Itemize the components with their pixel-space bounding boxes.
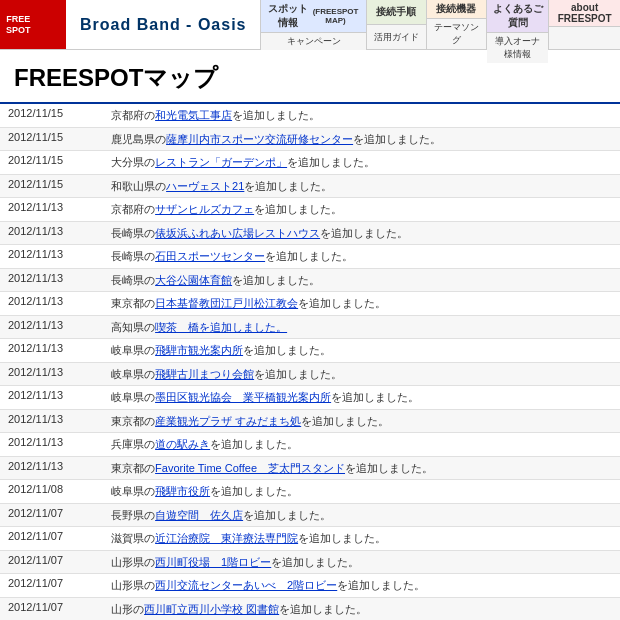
news-link[interactable]: 日本基督教団江戸川松江教会 (155, 297, 298, 309)
content-cell: 滋賀県の近江治療院 東洋療法専門院を追加しました。 (103, 527, 620, 551)
content-cell: 岐阜県の飛騨古川まつり会館を追加しました。 (103, 362, 620, 386)
content-cell: 長崎県の石田スポーツセンターを追加しました。 (103, 245, 620, 269)
table-row: 2012/11/13岐阜県の飛騨古川まつり会館を追加しました。 (0, 362, 620, 386)
table-row: 2012/11/15大分県のレストラン「ガーデンポ」を追加しました。 (0, 151, 620, 175)
nav-connect[interactable]: 接続手順 活用ガイド (367, 0, 427, 49)
news-link[interactable]: 近江治療院 東洋療法専門院 (155, 532, 298, 544)
date-cell: 2012/11/08 (0, 480, 103, 504)
news-link[interactable]: サザンヒルズカフェ (155, 203, 254, 215)
nav-device-top[interactable]: 接続機器 (427, 0, 486, 19)
content-cell: 和歌山県のハーヴェスト21を追加しました。 (103, 174, 620, 198)
news-link[interactable]: 俵坂浜ふれあい広場レストハウス (155, 227, 320, 239)
news-link[interactable]: 薩摩川内市スポーツ交流研修センター (166, 133, 353, 145)
table-row: 2012/11/13東京都の産業観光プラザ すみだまち処を追加しました。 (0, 409, 620, 433)
nav-faq[interactable]: よくあるご質問 導入オーナ様情報 (487, 0, 550, 49)
news-link[interactable]: 西川町立西川小学校 図書館 (144, 603, 279, 615)
logo-text: FREESPOT (6, 14, 31, 36)
news-link[interactable]: 大谷公園体育館 (155, 274, 232, 286)
date-cell: 2012/11/07 (0, 574, 103, 598)
date-cell: 2012/11/13 (0, 409, 103, 433)
content-cell: 長崎県の俵坂浜ふれあい広場レストハウスを追加しました。 (103, 221, 620, 245)
news-link[interactable]: 西川町役場 1階ロビー (155, 556, 271, 568)
news-link[interactable]: 飛騨古川まつり会館 (155, 368, 254, 380)
date-cell: 2012/11/13 (0, 245, 103, 269)
nav-device[interactable]: 接続機器 テーマソング (427, 0, 487, 49)
table-row: 2012/11/13高知県の喫茶 橋を追加しました。 (0, 315, 620, 339)
date-cell: 2012/11/13 (0, 221, 103, 245)
content-cell: 鹿児島県の薩摩川内市スポーツ交流研修センターを追加しました。 (103, 127, 620, 151)
news-link[interactable]: レストラン「ガーデンポ」 (155, 156, 287, 168)
date-cell: 2012/11/15 (0, 104, 103, 127)
nav-spot-bottom[interactable]: キャンペーン (261, 33, 365, 50)
content-cell: 兵庫県の道の駅みきを追加しました。 (103, 433, 620, 457)
date-cell: 2012/11/15 (0, 174, 103, 198)
nav-area: スポット情報(FREESPOT MAP) キャンペーン 接続手順 活用ガイド 接… (261, 0, 620, 49)
news-link[interactable]: ハーヴェスト21 (166, 180, 244, 192)
table-row: 2012/11/15京都府の和光電気工事店を追加しました。 (0, 104, 620, 127)
nav-faq-top[interactable]: よくあるご質問 (487, 0, 549, 33)
content-cell: 東京都の産業観光プラザ すみだまち処を追加しました。 (103, 409, 620, 433)
content-cell: 長野県の自遊空間 佐久店を追加しました。 (103, 503, 620, 527)
date-cell: 2012/11/13 (0, 386, 103, 410)
nav-faq-bottom[interactable]: 導入オーナ様情報 (487, 33, 549, 63)
date-cell: 2012/11/13 (0, 456, 103, 480)
date-cell: 2012/11/13 (0, 362, 103, 386)
date-cell: 2012/11/13 (0, 339, 103, 363)
table-row: 2012/11/13長崎県の石田スポーツセンターを追加しました。 (0, 245, 620, 269)
nav-device-bottom[interactable]: テーマソング (427, 19, 486, 49)
date-cell: 2012/11/13 (0, 198, 103, 222)
news-link[interactable]: 西川交流センターあいべ 2階ロビー (155, 579, 337, 591)
news-link[interactable]: 道の駅みき (155, 438, 210, 450)
content-cell: 東京都の日本基督教団江戸川松江教会を追加しました。 (103, 292, 620, 316)
table-row: 2012/11/07山形県の西川交流センターあいべ 2階ロビーを追加しました。 (0, 574, 620, 598)
nav-connect-top[interactable]: 接続手順 (367, 0, 426, 25)
site-title: Broad Band - Oasis (66, 0, 261, 49)
date-cell: 2012/11/15 (0, 151, 103, 175)
news-link[interactable]: 飛騨市観光案内所 (155, 344, 243, 356)
table-row: 2012/11/15和歌山県のハーヴェスト21を追加しました。 (0, 174, 620, 198)
date-cell: 2012/11/13 (0, 433, 103, 457)
date-cell: 2012/11/13 (0, 268, 103, 292)
news-link[interactable]: 石田スポーツセンター (155, 250, 265, 262)
news-link[interactable]: 墨田区観光協会 業平橋観光案内所 (155, 391, 331, 403)
content-cell: 京都府の和光電気工事店を追加しました。 (103, 104, 620, 127)
date-cell: 2012/11/07 (0, 503, 103, 527)
content-cell: 長崎県の大谷公園体育館を追加しました。 (103, 268, 620, 292)
content-cell: 東京都のFavorite Time Coffee 芝太門スタンドを追加しました。 (103, 456, 620, 480)
nav-about-top[interactable]: about FREESPOT (549, 0, 620, 27)
table-row: 2012/11/13東京都のFavorite Time Coffee 芝太門スタ… (0, 456, 620, 480)
table-row: 2012/11/13長崎県の俵坂浜ふれあい広場レストハウスを追加しました。 (0, 221, 620, 245)
content-cell: 岐阜県の墨田区観光協会 業平橋観光案内所を追加しました。 (103, 386, 620, 410)
content-cell: 山形県の西川町役場 1階ロビーを追加しました。 (103, 550, 620, 574)
news-table: 2012/11/15京都府の和光電気工事店を追加しました。2012/11/15鹿… (0, 104, 620, 620)
content-cell: 京都府のサザンヒルズカフェを追加しました。 (103, 198, 620, 222)
table-row: 2012/11/13岐阜県の飛騨市観光案内所を追加しました。 (0, 339, 620, 363)
table-row: 2012/11/07滋賀県の近江治療院 東洋療法専門院を追加しました。 (0, 527, 620, 551)
date-cell: 2012/11/07 (0, 527, 103, 551)
header: FREESPOT Broad Band - Oasis スポット情報(FREES… (0, 0, 620, 50)
content-cell: 岐阜県の飛騨市役所を追加しました。 (103, 480, 620, 504)
news-link[interactable]: 和光電気工事店 (155, 109, 232, 121)
news-link[interactable]: Favorite Time Coffee 芝太門スタンド (155, 462, 345, 474)
date-cell: 2012/11/07 (0, 597, 103, 620)
date-cell: 2012/11/07 (0, 550, 103, 574)
news-link[interactable]: 産業観光プラザ すみだまち処 (155, 415, 301, 427)
table-row: 2012/11/07山形県の西川町役場 1階ロビーを追加しました。 (0, 550, 620, 574)
nav-spot[interactable]: スポット情報(FREESPOT MAP) キャンペーン (261, 0, 366, 49)
nav-about[interactable]: about FREESPOT (549, 0, 620, 49)
content-cell: 高知県の喫茶 橋を追加しました。 (103, 315, 620, 339)
date-cell: 2012/11/13 (0, 315, 103, 339)
news-link[interactable]: 飛騨市役所 (155, 485, 210, 497)
date-cell: 2012/11/15 (0, 127, 103, 151)
table-row: 2012/11/07山形の西川町立西川小学校 図書館を追加しました。 (0, 597, 620, 620)
logo-area: FREESPOT (0, 0, 66, 49)
nav-spot-top[interactable]: スポット情報(FREESPOT MAP) (261, 0, 365, 33)
table-row: 2012/11/13兵庫県の道の駅みきを追加しました。 (0, 433, 620, 457)
table-row: 2012/11/08岐阜県の飛騨市役所を追加しました。 (0, 480, 620, 504)
news-link[interactable]: 喫茶 橋を追加しました。 (155, 321, 287, 333)
news-link[interactable]: 自遊空間 佐久店 (155, 509, 243, 521)
content-cell: 山形県の西川交流センターあいべ 2階ロビーを追加しました。 (103, 574, 620, 598)
table-row: 2012/11/13京都府のサザンヒルズカフェを追加しました。 (0, 198, 620, 222)
nav-connect-bottom[interactable]: 活用ガイド (367, 25, 426, 49)
table-row: 2012/11/13長崎県の大谷公園体育館を追加しました。 (0, 268, 620, 292)
